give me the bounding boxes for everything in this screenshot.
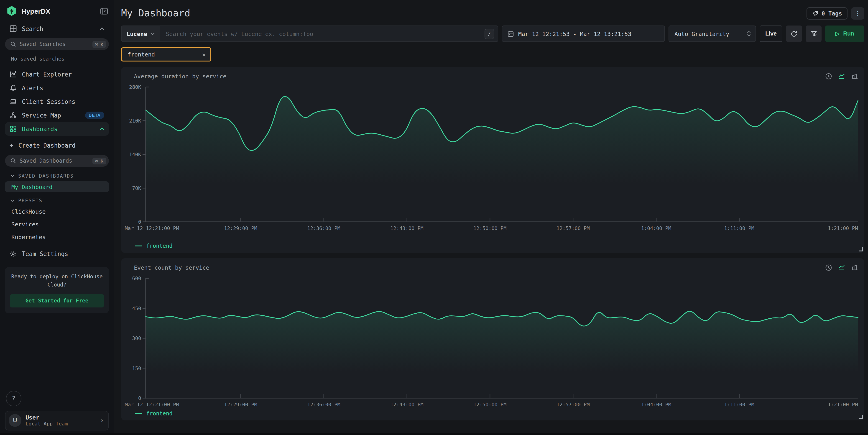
legend-dash-icon [135, 413, 142, 414]
run-label: Run [843, 31, 854, 37]
active-filter-chip[interactable]: frontend × [121, 48, 211, 61]
slash-shortcut-badge: / [485, 28, 494, 39]
granularity-select[interactable]: Auto Granularity [669, 26, 756, 42]
svg-text:280K: 280K [129, 84, 142, 90]
create-dashboard-button[interactable]: + Create Dashboard [5, 138, 109, 152]
tag-icon [812, 10, 818, 16]
chart-legend[interactable]: frontend [124, 409, 862, 420]
chart-card-average-duration: Average duration by service 280K210K140K… [121, 67, 864, 253]
chart-title: Event count by service [124, 263, 862, 273]
search-icon [10, 41, 16, 47]
no-saved-searches-text: No saved searches [5, 52, 109, 67]
svg-text:1:21:00 PM: 1:21:00 PM [828, 402, 858, 407]
hyperdx-logo-icon [6, 5, 17, 17]
presets-section-header[interactable]: PRESETS [5, 198, 109, 203]
help-button[interactable]: ? [6, 391, 22, 406]
svg-text:12:36:00 PM: 12:36:00 PM [307, 225, 340, 231]
remove-filter-icon[interactable]: × [202, 51, 206, 58]
panel-collapse-icon [100, 7, 108, 14]
bar-chart-icon[interactable] [851, 73, 858, 80]
vertical-dots-icon: ⋮ [855, 9, 861, 17]
svg-text:12:43:00 PM: 12:43:00 PM [390, 402, 424, 407]
chart-legend[interactable]: frontend [124, 242, 862, 252]
chart-explorer-icon [9, 71, 17, 78]
svg-text:0: 0 [138, 395, 141, 401]
run-button[interactable]: ▷ Run [825, 26, 864, 42]
clickhouse-cloud-promo-card: Ready to deploy on ClickHouse Cloud? Get… [5, 267, 109, 313]
chevron-down-icon [151, 32, 155, 35]
card-resize-handle[interactable] [859, 247, 863, 251]
line-chart-icon[interactable] [838, 73, 845, 80]
dashboard-overflow-menu-button[interactable]: ⋮ [851, 7, 864, 19]
legend-series-label: frontend [146, 410, 173, 417]
event-count-chart[interactable]: 6004503001500Mar 12 12:21:00 PM12:29:00 … [124, 273, 862, 409]
chart-card-event-count: Event count by service 6004503001500Mar … [121, 258, 864, 421]
filter-settings-button[interactable] [806, 26, 822, 42]
sidebar-item-alerts[interactable]: Alerts [5, 81, 109, 95]
live-button[interactable]: Live [760, 26, 782, 42]
time-window-icon[interactable] [825, 264, 832, 271]
duration-chart[interactable]: 280K210K140K70K0Mar 12 12:21:00 PM12:29:… [124, 82, 862, 242]
sidebar-item-label: Team Settings [22, 250, 104, 257]
saved-searches-search[interactable]: ⌘ K [5, 38, 109, 50]
brand-name: HyperDX [22, 7, 96, 15]
user-name: User [26, 414, 68, 421]
filter-chip-label: frontend [127, 51, 155, 58]
svg-text:1:04:00 PM: 1:04:00 PM [641, 225, 671, 231]
help-icon: ? [12, 395, 16, 402]
section-header-label: PRESETS [18, 198, 42, 203]
dashboards-icon [9, 125, 17, 132]
sidebar: HyperDX Search ⌘ K No saved searches [0, 0, 114, 435]
saved-searches-input[interactable] [20, 41, 89, 48]
refresh-button[interactable] [786, 26, 802, 42]
sidebar-item-team-settings[interactable]: Team Settings [5, 247, 109, 260]
sidebar-preset-clickhouse[interactable]: ClickHouse [5, 206, 109, 217]
svg-text:Mar 12 12:21:00 PM: Mar 12 12:21:00 PM [125, 225, 179, 231]
granularity-value: Auto Granularity [675, 30, 729, 37]
time-range-value: Mar 12 12:21:53 - Mar 12 13:21:53 [518, 30, 631, 37]
svg-text:150: 150 [132, 366, 141, 371]
collapse-sidebar-button[interactable] [100, 7, 108, 14]
bar-chart-icon[interactable] [851, 264, 858, 271]
sidebar-item-chart-explorer[interactable]: Chart Explorer [5, 67, 109, 81]
sidebar-preset-kubernetes[interactable]: Kubernetes [5, 231, 109, 242]
user-menu[interactable]: U User Local App Team › [5, 411, 109, 430]
query-language-dropdown[interactable]: Lucene [122, 26, 160, 41]
tags-button[interactable]: 0 Tags [807, 7, 847, 19]
saved-dashboards-section-header[interactable]: SAVED DASHBOARDS [5, 173, 109, 179]
legend-series-label: frontend [146, 243, 173, 249]
sidebar-item-dashboards[interactable]: Dashboards [5, 122, 109, 136]
chevron-down-icon [10, 199, 14, 202]
app-window: HyperDX Search ⌘ K No saved searches [0, 0, 868, 435]
create-dashboard-label: Create Dashboard [19, 142, 104, 149]
time-range-picker[interactable]: Mar 12 12:21:53 - Mar 12 13:21:53 [502, 26, 665, 42]
page-bottom-edge [0, 433, 868, 435]
line-chart-icon[interactable] [838, 264, 845, 271]
sidebar-item-label: Dashboards [22, 125, 95, 132]
sidebar-item-label: Alerts [22, 85, 104, 91]
chevron-up-icon [100, 128, 104, 130]
get-started-button[interactable]: Get Started for Free [10, 294, 104, 307]
time-window-icon[interactable] [825, 73, 832, 80]
sidebar-item-search[interactable]: Search [5, 22, 109, 35]
page-title: My Dashboard [121, 8, 190, 19]
sidebar-bottom: ? U User Local App Team › [5, 391, 109, 430]
sidebar-item-label: Chart Explorer [22, 71, 104, 77]
event-search-input[interactable] [160, 30, 485, 37]
avatar: U [9, 414, 22, 427]
saved-dashboards-search[interactable]: ⌘ K [5, 155, 109, 167]
preset-link-label: Services [11, 221, 39, 227]
logo-row: HyperDX [5, 0, 109, 22]
chevron-up-icon [100, 27, 104, 30]
saved-dashboards-input[interactable] [20, 158, 89, 164]
query-language-label: Lucene [127, 30, 147, 37]
service-map-icon [9, 112, 17, 119]
card-resize-handle[interactable] [859, 415, 863, 419]
sidebar-dashboard-my-dashboard[interactable]: My Dashboard [5, 181, 109, 192]
gear-icon [9, 250, 17, 257]
sidebar-preset-services[interactable]: Services [5, 219, 109, 229]
event-search-bar: Lucene / [121, 26, 498, 42]
sidebar-item-service-map[interactable]: Service Map BETA [5, 108, 109, 122]
sidebar-item-client-sessions[interactable]: Client Sessions [5, 95, 109, 108]
svg-text:1:11:00 PM: 1:11:00 PM [724, 225, 754, 231]
